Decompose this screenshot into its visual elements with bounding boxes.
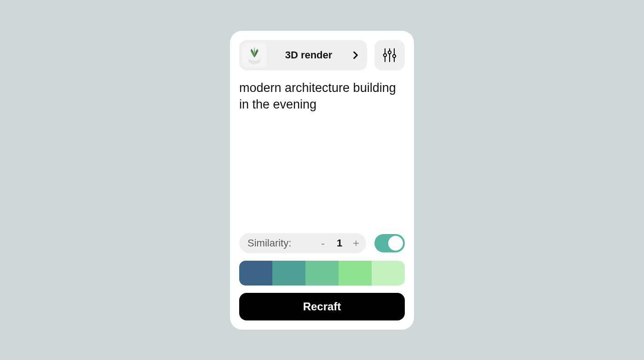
recraft-button[interactable]: Recraft	[239, 293, 405, 320]
style-thumbnail	[242, 43, 267, 68]
controls-row: Similarity: - 1 +	[239, 233, 405, 253]
prompt-text[interactable]: modern architecture building in the even…	[239, 80, 405, 229]
svg-point-6	[388, 51, 391, 53]
top-row: 3D render	[239, 40, 405, 70]
similarity-decrement[interactable]: -	[316, 236, 330, 251]
similarity-increment[interactable]: +	[349, 236, 363, 251]
plant-pot-icon	[244, 45, 264, 65]
style-label: 3D render	[273, 49, 344, 61]
toggle-knob	[388, 236, 403, 251]
similarity-stepper: Similarity: - 1 +	[239, 233, 366, 253]
similarity-value: 1	[333, 237, 346, 249]
palette-swatch-4[interactable]	[339, 261, 372, 286]
svg-point-3	[384, 53, 386, 56]
palette-swatch-5[interactable]	[372, 261, 405, 286]
similarity-label: Similarity:	[247, 237, 291, 249]
settings-button[interactable]	[374, 40, 405, 70]
palette-swatch-3[interactable]	[305, 261, 339, 286]
chevron-right-icon	[351, 50, 361, 60]
style-selector[interactable]: 3D render	[239, 40, 367, 70]
palette-toggle[interactable]	[374, 234, 405, 252]
palette-swatch-2[interactable]	[272, 261, 305, 286]
generation-panel: 3D render modern architecture building i…	[230, 31, 414, 330]
palette-swatch-1[interactable]	[239, 261, 272, 286]
color-palette	[239, 261, 405, 286]
svg-point-9	[393, 54, 396, 57]
sliders-icon	[382, 47, 397, 63]
stepper: - 1 +	[291, 236, 363, 251]
